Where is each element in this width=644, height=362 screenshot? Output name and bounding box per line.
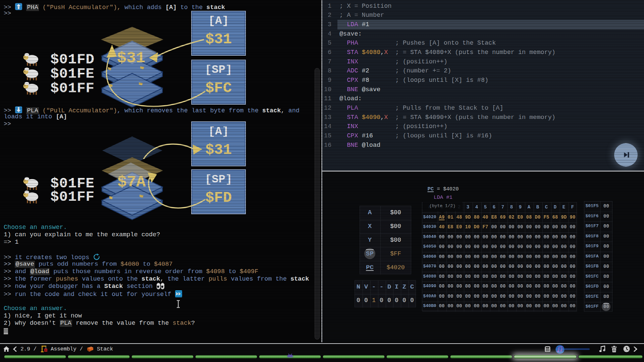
- svg-text:$7A: $7A: [117, 173, 146, 191]
- svg-text:$31: $31: [117, 49, 146, 67]
